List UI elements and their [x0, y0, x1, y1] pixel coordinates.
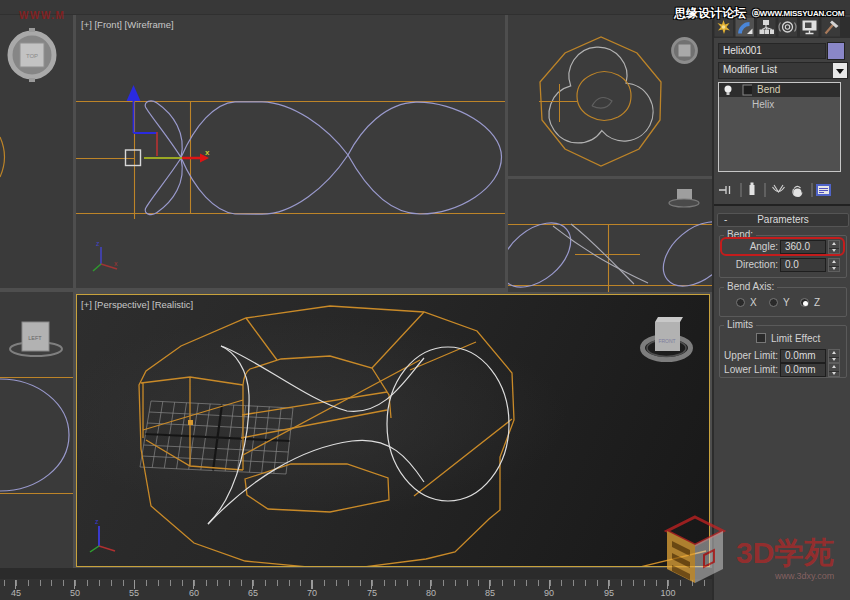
svg-text:FRONT: FRONT [658, 338, 675, 344]
svg-text:z: z [96, 240, 100, 247]
svg-text:z: z [95, 518, 99, 525]
svg-text:www.3dxy.com: www.3dxy.com [774, 571, 834, 581]
svg-text:LEFT: LEFT [28, 335, 42, 341]
svg-text:x: x [205, 148, 210, 157]
svg-text:TOP: TOP [26, 53, 38, 59]
svg-text:x: x [114, 260, 118, 267]
svg-text:3D学苑: 3D学苑 [736, 536, 834, 569]
